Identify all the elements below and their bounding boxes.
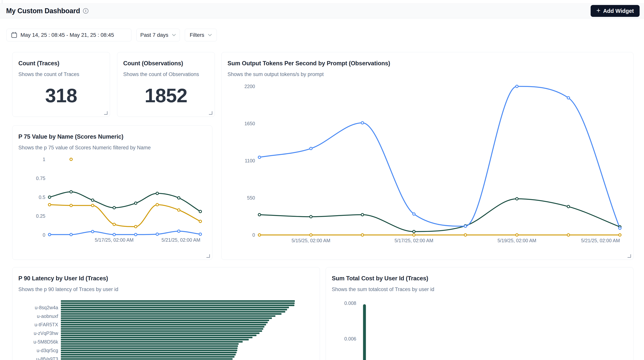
bar-row-label: u-8sq2w4a bbox=[35, 305, 58, 310]
data-point-marker bbox=[464, 234, 467, 236]
series-line bbox=[260, 86, 620, 228]
bar-row-label: u-zVqP3hw bbox=[34, 330, 58, 336]
bar bbox=[61, 345, 238, 347]
bar bbox=[61, 343, 239, 345]
bar bbox=[61, 311, 285, 312]
y-axis-tick-label: 1100 bbox=[245, 158, 255, 163]
bar bbox=[61, 354, 236, 355]
add-widget-button[interactable]: + Add Widget bbox=[590, 5, 640, 17]
bar bbox=[61, 330, 262, 332]
cost-bar-chart[interactable]: 0.0080.006 bbox=[326, 296, 633, 360]
data-point-marker bbox=[70, 158, 72, 161]
data-point-marker bbox=[199, 210, 202, 213]
bar bbox=[363, 304, 366, 360]
data-point-marker bbox=[70, 233, 72, 236]
data-point-marker bbox=[361, 234, 364, 236]
widget-title: Sum Total Cost by User Id (Traces) bbox=[332, 275, 428, 282]
count-traces-value: 318 bbox=[12, 85, 110, 107]
y-axis-tick-label: 0 bbox=[43, 232, 45, 238]
bar bbox=[61, 332, 260, 334]
bar bbox=[61, 334, 256, 336]
data-point-marker bbox=[113, 233, 115, 236]
data-point-marker bbox=[92, 199, 94, 201]
filters-dropdown[interactable]: Filters bbox=[185, 29, 217, 41]
widget-subtitle: Shows the count of Traces bbox=[18, 72, 79, 77]
x-axis-tick-label: 5/21/25, 02:00 AM bbox=[581, 238, 620, 243]
info-icon[interactable]: i bbox=[83, 8, 88, 14]
tokens-line-chart[interactable]: 05501100165022005/15/25, 02:00 AM5/17/25… bbox=[227, 79, 631, 251]
data-point-marker bbox=[134, 233, 137, 236]
data-point-marker bbox=[156, 233, 158, 235]
x-axis-tick-label: 5/17/25, 02:00 AM bbox=[394, 238, 433, 243]
bar bbox=[61, 350, 237, 351]
bar bbox=[61, 319, 269, 321]
bar-row-label: u-8fVa9T3 bbox=[36, 356, 58, 360]
data-point-marker bbox=[199, 220, 202, 222]
resize-handle[interactable] bbox=[209, 111, 212, 115]
y-axis-tick-label: 0.5 bbox=[39, 195, 45, 200]
y-axis-tick-label: 550 bbox=[247, 195, 255, 200]
widget-title: Count (Observations) bbox=[123, 60, 183, 67]
data-point-marker bbox=[516, 85, 518, 88]
bar bbox=[61, 358, 233, 359]
widget-subtitle: Shows the sum totalcost of Traces by use… bbox=[332, 286, 434, 292]
widget-subtitle: Shows the sum output tokens/s by prompt bbox=[228, 72, 324, 77]
bar bbox=[61, 317, 272, 319]
widget-subtitle: Shows the count of Observations bbox=[123, 72, 199, 77]
p90-hbar-chart[interactable]: u-8sq2w4au-aobnuxfu-tFAR5TXu-zVqP3hwu-5M… bbox=[12, 298, 320, 360]
time-preset-dropdown[interactable]: Past 7 days bbox=[136, 29, 180, 41]
data-point-marker bbox=[567, 97, 570, 99]
chevron-down-icon bbox=[172, 34, 176, 36]
data-point-marker bbox=[516, 198, 518, 200]
widget-title: Count (Traces) bbox=[18, 60, 59, 67]
widget-p90-latency: P 90 Latency by User Id (Traces) Shows t… bbox=[12, 267, 320, 360]
resize-handle[interactable] bbox=[206, 254, 210, 258]
x-axis-tick-label: 5/17/25, 02:00 AM bbox=[95, 237, 134, 243]
data-point-marker bbox=[178, 209, 180, 211]
resize-handle[interactable] bbox=[104, 111, 108, 115]
data-point-marker bbox=[258, 156, 261, 159]
widget-subtitle: Shows the p 90 latency of Traces by user… bbox=[18, 286, 118, 292]
y-axis-tick-label: 2200 bbox=[244, 84, 255, 89]
calendar-icon bbox=[11, 32, 17, 38]
widget-count-traces: Count (Traces) Shows the count of Traces… bbox=[12, 52, 110, 117]
data-point-marker bbox=[310, 147, 312, 150]
bar bbox=[61, 356, 234, 357]
data-point-marker bbox=[156, 204, 158, 206]
bar bbox=[61, 307, 289, 308]
data-point-marker bbox=[464, 225, 467, 227]
data-point-marker bbox=[48, 233, 51, 236]
data-point-marker bbox=[413, 234, 415, 236]
data-point-marker bbox=[258, 234, 261, 236]
data-point-marker bbox=[567, 234, 570, 236]
data-point-marker bbox=[178, 197, 180, 199]
series-line bbox=[260, 199, 620, 231]
data-point-marker bbox=[134, 225, 137, 228]
y-axis-tick-label: 0.25 bbox=[36, 213, 45, 219]
bar bbox=[61, 302, 295, 304]
bar bbox=[61, 322, 268, 323]
date-range-picker[interactable]: May 14, 25 : 08:45 - May 21, 25 : 08:45 bbox=[6, 29, 132, 41]
p75-line-chart[interactable]: 00.250.50.7515/17/25, 02:00 AM5/21/25, 0… bbox=[12, 154, 212, 260]
bar-row-label: u-aobnuxf bbox=[37, 313, 58, 319]
bar bbox=[61, 337, 252, 338]
data-point-marker bbox=[618, 227, 621, 229]
data-point-marker bbox=[178, 230, 180, 232]
widget-total-cost: Sum Total Cost by User Id (Traces) Shows… bbox=[326, 267, 634, 360]
y-axis-tick-label: 1650 bbox=[244, 121, 255, 126]
data-point-marker bbox=[413, 213, 415, 215]
widget-tokens-per-second: Sum Output Tokens Per Second by Prompt (… bbox=[221, 52, 634, 260]
widget-count-observations: Count (Observations) Shows the count of … bbox=[117, 52, 215, 117]
chevron-down-icon bbox=[208, 34, 212, 36]
window-edge-divider bbox=[2, 0, 2, 4]
data-point-marker bbox=[113, 223, 115, 226]
series-line bbox=[50, 205, 200, 227]
date-range-value: May 14, 25 : 08:45 - May 21, 25 : 08:45 bbox=[20, 32, 114, 38]
y-axis-tick-label: 0.008 bbox=[344, 300, 356, 306]
y-axis-tick-label: 1 bbox=[43, 157, 45, 162]
bar bbox=[61, 341, 242, 342]
data-point-marker bbox=[567, 205, 570, 208]
widget-title: Sum Output Tokens Per Second by Prompt (… bbox=[228, 60, 390, 67]
resize-handle[interactable] bbox=[628, 254, 631, 258]
filters-label: Filters bbox=[190, 32, 204, 38]
